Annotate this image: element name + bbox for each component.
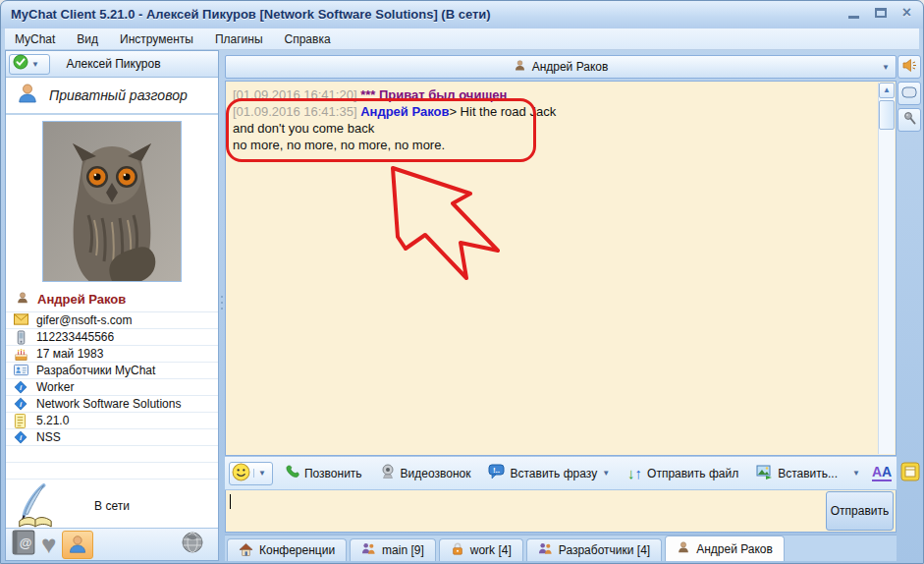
panel-icon xyxy=(901,85,917,102)
mychat-window: MyChat Client 5.21.0 - Алексей Пикуров [… xyxy=(0,0,924,564)
birthday-icon xyxy=(14,347,28,362)
send-button[interactable]: Отправить xyxy=(826,491,894,531)
chat-header-name: Андрей Раков xyxy=(532,60,609,74)
group-icon xyxy=(538,541,553,559)
message-history[interactable]: [01.09.2016 16:41:20] *** Приват был очи… xyxy=(225,81,897,456)
emoticon-dropdown-icon[interactable]: ▼ xyxy=(253,469,270,478)
chat-message-line: and don't you come back xyxy=(233,120,870,137)
conversation-tabs: Конференции main [9] work [4] Разработчи… xyxy=(225,535,897,561)
font-icon: AA xyxy=(872,465,892,481)
emoticon-button[interactable]: ▼ xyxy=(229,462,273,485)
contact-photo-panel xyxy=(6,115,218,287)
person-icon xyxy=(677,540,690,557)
status-button[interactable]: ▼ xyxy=(9,54,50,75)
contact-email-row[interactable]: gifer@nsoft-s.com xyxy=(6,312,218,329)
contact-name-row: Андрей Раков xyxy=(6,287,218,312)
tab-main[interactable]: main [9] xyxy=(350,538,436,561)
scroll-up-icon[interactable]: ▲ xyxy=(879,83,895,98)
email-icon xyxy=(14,313,28,328)
tab-conferences[interactable]: Конференции xyxy=(227,538,347,561)
group-icon xyxy=(361,541,376,559)
owl-photo xyxy=(42,121,182,282)
quill-book-icon xyxy=(14,483,55,533)
contact-group-row[interactable]: Разработчики MyChat xyxy=(6,363,218,379)
person-icon xyxy=(514,59,526,75)
menu-plugins[interactable]: Плагины xyxy=(215,32,263,46)
home-icon xyxy=(239,542,253,559)
empty-row xyxy=(6,463,218,479)
menu-help[interactable]: Справка xyxy=(285,32,331,46)
address-book-icon[interactable]: @ xyxy=(12,530,35,559)
menu-view[interactable]: Вид xyxy=(77,32,98,46)
chat-header[interactable]: Андрей Раков ▼ xyxy=(225,55,897,79)
status-dropdown-icon: ▼ xyxy=(31,60,39,69)
contact-name: Андрей Раков xyxy=(37,292,126,307)
pin-icon xyxy=(901,110,917,130)
maximize-icon[interactable] xyxy=(875,8,887,18)
minimize-icon[interactable] xyxy=(848,16,859,19)
contact-nss-row[interactable]: i NSS xyxy=(6,429,218,446)
online-status-icon xyxy=(13,54,28,74)
sidebar-toolbar: @ ♥ xyxy=(6,528,218,560)
sound-button[interactable] xyxy=(897,55,921,79)
chevron-down-icon[interactable]: ▼ xyxy=(852,469,860,478)
video-call-button[interactable]: Видеозвонок xyxy=(373,460,478,486)
tab-developers[interactable]: Разработчики [4] xyxy=(526,538,662,561)
call-button[interactable]: Позвонить xyxy=(277,460,369,486)
scrollbar-thumb[interactable] xyxy=(879,100,895,130)
close-icon[interactable]: × xyxy=(902,7,911,19)
chevron-down-icon[interactable]: ▼ xyxy=(882,63,890,72)
svg-text:@: @ xyxy=(20,536,32,550)
info-icon: i xyxy=(14,380,28,395)
chat-message: [01.09.2016 16:41:35] Андрей Раков> Hit … xyxy=(233,103,870,120)
menu-bar: MyChat Вид Инструменты Плагины Справка xyxy=(5,28,919,50)
menu-mychat[interactable]: MyChat xyxy=(15,32,55,46)
contact-panel: ▼ Алексей Пикуров Приватный разговор xyxy=(5,50,219,561)
send-file-button[interactable]: ↓↑ Отправить файл xyxy=(621,461,745,485)
chat-scrollbar[interactable]: ▲ xyxy=(878,83,895,454)
info-icon: i xyxy=(14,430,28,445)
status-message-row: В сети xyxy=(6,483,218,529)
webcam-icon xyxy=(380,464,396,482)
transfer-arrows-icon: ↓↑ xyxy=(627,465,642,481)
window-title: MyChat Client 5.21.0 - Алексей Пикуров [… xyxy=(11,7,491,22)
self-user-name: Алексей Пикуров xyxy=(50,57,177,71)
empty-row xyxy=(6,446,218,463)
heart-icon[interactable]: ♥ xyxy=(41,532,56,557)
contact-company-row[interactable]: i Network Software Solutions xyxy=(6,396,218,413)
message-input[interactable]: Отправить xyxy=(225,490,897,533)
panel-toggle-button[interactable] xyxy=(897,82,921,105)
font-settings-button[interactable]: AA xyxy=(868,463,896,483)
person-icon xyxy=(16,82,39,109)
chat-message-line: no more, no more, no more, no more. xyxy=(233,137,870,153)
contact-birthday-row[interactable]: 17 май 1983 xyxy=(6,346,218,363)
contact-phone-row[interactable]: 112233445566 xyxy=(6,329,218,346)
tab-work[interactable]: work [4] xyxy=(439,538,523,561)
smiley-icon xyxy=(232,463,250,484)
private-conversation-label: Приватный разговор xyxy=(49,87,188,103)
menu-tools[interactable]: Инструменты xyxy=(120,32,193,46)
chat-toolbar: ▼ Позвонить Видеозвонок !.. xyxy=(225,457,897,489)
system-message: [01.09.2016 16:41:20] *** Приват был очи… xyxy=(233,86,870,103)
tab-andrey-rakov[interactable]: Андрей Раков xyxy=(665,536,785,561)
phone-call-icon xyxy=(284,464,299,482)
chat-panel: Андрей Раков ▼ [01.09.2016 16:41:20] ***… xyxy=(225,50,897,561)
insert-phrase-button[interactable]: !.. Вставить фразу ▼ xyxy=(481,460,617,486)
title-bar[interactable]: MyChat Client 5.21.0 - Алексей Пикуров [… xyxy=(1,1,923,28)
phone-icon xyxy=(14,330,28,345)
contact-position-row[interactable]: i Worker xyxy=(6,379,218,396)
sidebar-header: ▼ Алексей Пикуров xyxy=(6,51,218,78)
contact-version-row[interactable]: 5.21.0 xyxy=(6,413,218,429)
version-doc-icon xyxy=(14,414,28,428)
group-card-icon xyxy=(14,364,28,378)
lock-icon xyxy=(451,541,464,559)
contact-details-list: gifer@nsoft-s.com 112233445566 17 май 19… xyxy=(6,312,218,479)
person-icon xyxy=(16,291,29,308)
svg-text:!..: !.. xyxy=(493,466,500,475)
contact-info-button[interactable] xyxy=(62,531,93,559)
pin-button[interactable] xyxy=(897,108,921,132)
globe-icon[interactable] xyxy=(181,531,204,558)
insert-image-button[interactable]: Вставить... xyxy=(749,461,844,486)
side-tool-rail xyxy=(897,50,922,561)
speech-bubble-icon: !.. xyxy=(488,464,505,482)
